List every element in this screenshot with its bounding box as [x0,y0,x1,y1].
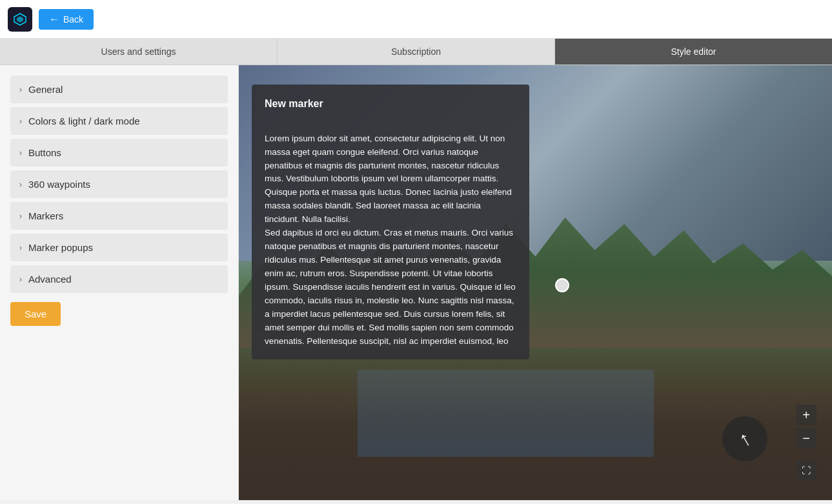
sidebar-label: 360 waypoints [28,179,90,190]
zoom-out-button[interactable]: − [796,428,817,449]
sidebar-label: Buttons [28,147,61,158]
compass-arrow-icon: ↑ [735,426,755,452]
back-arrow-icon: ← [49,14,59,25]
tabs-bar: Users and settings Subscription Style ed… [0,39,832,65]
marker-popup: New marker Lorem ipsum dolor sit amet, c… [252,85,529,359]
river-area [358,370,654,457]
chevron-icon: › [19,212,22,221]
navigation-compass[interactable]: ↑ [722,416,767,461]
sidebar-label: Colors & light / dark mode [28,116,140,126]
chevron-icon: › [19,85,22,94]
chevron-icon: › [19,243,22,252]
sidebar: › General › Colors & light / dark mode ›… [0,65,239,500]
sidebar-item-general[interactable]: › General [10,76,228,103]
panorama-area: New marker Lorem ipsum dolor sit amet, c… [239,65,832,500]
popup-title: New marker [265,96,516,112]
fullscreen-button[interactable]: ⛶ [796,460,817,481]
chevron-icon: › [19,117,22,126]
sidebar-item-advanced[interactable]: › Advanced [10,265,228,293]
sidebar-label: Marker popups [28,242,93,253]
tab-style-editor[interactable]: Style editor [555,39,832,65]
sidebar-item-360-waypoints[interactable]: › 360 waypoints [10,170,228,198]
sidebar-item-marker-popups[interactable]: › Marker popups [10,234,228,261]
svg-marker-1 [17,16,23,23]
main-layout: › General › Colors & light / dark mode ›… [0,65,832,500]
fullscreen-icon: ⛶ [802,465,811,476]
sidebar-item-markers[interactable]: › Markers [10,202,228,230]
header: ← Back [0,0,832,39]
save-button[interactable]: Save [10,302,61,326]
logo-icon [8,7,32,32]
zoom-in-button[interactable]: + [796,405,817,425]
sidebar-label: Markers [28,210,63,221]
popup-body: Lorem ipsum dolor sit amet, consectetur … [265,119,516,348]
tab-subscription[interactable]: Subscription [278,39,555,65]
tab-users-and-settings[interactable]: Users and settings [0,39,278,65]
sidebar-label: Advanced [28,274,72,285]
zoom-controls: + − [796,405,817,449]
chevron-icon: › [19,180,22,189]
back-label: Back [63,14,83,25]
chevron-icon: › [19,148,22,157]
marker-dot[interactable] [555,278,569,292]
sidebar-label: General [28,84,63,95]
panorama-background: New marker Lorem ipsum dolor sit amet, c… [239,65,832,500]
sidebar-item-colors[interactable]: › Colors & light / dark mode [10,107,228,135]
sidebar-item-buttons[interactable]: › Buttons [10,139,228,166]
chevron-icon: › [19,275,22,284]
back-button[interactable]: ← Back [39,9,94,30]
